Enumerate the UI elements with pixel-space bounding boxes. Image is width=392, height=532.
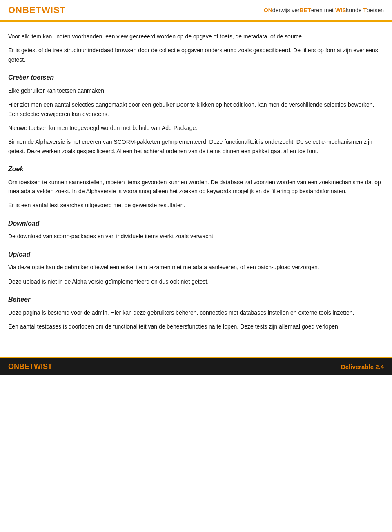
section-title-zoek: Zoek (8, 164, 384, 174)
section-title-download: Download (8, 218, 384, 229)
creeer-para-3: Nieuwe toetsen kunnen toegevoegd worden … (8, 123, 384, 132)
footer-logo: ONBETWIST (8, 362, 52, 371)
creeer-para-4: Binnen de Alphaversie is het creëren van… (8, 137, 384, 156)
upload-para-1: Via deze optie kan de gebruiker oftewel … (8, 263, 384, 272)
section-title-beheer: Beheer (8, 294, 384, 305)
footer-deliverable: Deliverable 2.4 (341, 363, 384, 370)
intro-paragraph-1: Voor elk item kan, indien voorhanden, ee… (8, 32, 384, 41)
beheer-para-1: Deze pagina is bestemd voor de admin. Hi… (8, 308, 384, 317)
section-upload: Upload Via deze optie kan de gebruiker o… (8, 249, 384, 286)
page-footer: ONBETWIST Deliverable 2.4 (0, 357, 392, 375)
creeer-para-1: Elke gebruiker kan toetsen aanmaken. (8, 86, 384, 95)
header-tagline: ONderwijs verBETeren met WISkunde Toetse… (264, 7, 384, 13)
tagline-wis: WIS (335, 7, 346, 13)
tagline-on: ON (264, 7, 272, 13)
intro-paragraph-2: Er is getest of de tree structuur inderd… (8, 46, 384, 64)
download-para-1: De download van scorm-packages en van in… (8, 232, 384, 241)
section-title-upload: Upload (8, 249, 384, 260)
section-beheer: Beheer Deze pagina is bestemd voor de ad… (8, 294, 384, 331)
tagline-t: T (363, 7, 367, 13)
upload-para-2: Deze upload is niet in de Alpha versie g… (8, 277, 384, 286)
tagline-bet: BET (300, 7, 311, 13)
zoek-para-1: Om toestsen te kunnen samenstellen, moet… (8, 178, 384, 196)
header-logo: ONBETWIST (8, 5, 66, 16)
section-title-creeer-toetsen: Creëer toetsen (8, 72, 384, 83)
section-creeer-toetsen: Creëer toetsen Elke gebruiker kan toetse… (8, 72, 384, 156)
section-download: Download De download van scorm-packages … (8, 218, 384, 241)
main-content: Voor elk item kan, indien voorhanden, ee… (0, 22, 392, 344)
beheer-para-2: Een aantal testcases is doorlopen om de … (8, 322, 384, 331)
section-zoek: Zoek Om toestsen te kunnen samenstellen,… (8, 164, 384, 210)
page-header: ONBETWIST ONderwijs verBETeren met WISku… (0, 0, 392, 22)
creeer-para-2: Hier ziet men een aantal selecties aange… (8, 100, 384, 118)
zoek-para-2: Er is een aantal test searches uitgevoer… (8, 201, 384, 210)
